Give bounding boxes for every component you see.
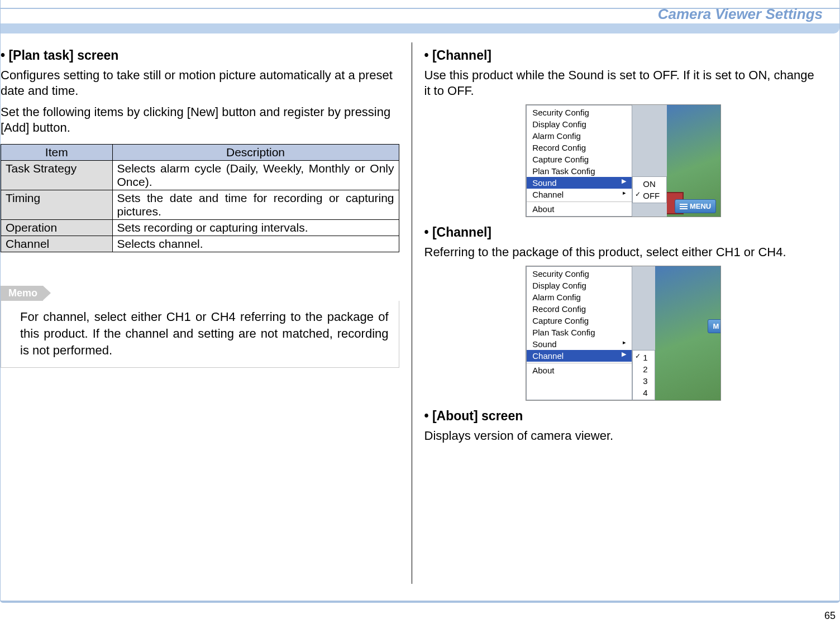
submenu-arrow-icon: ▸ <box>623 189 626 200</box>
plan-task-table: Item Description Task Strategy Selects a… <box>1 144 399 252</box>
table-row: Channel Selects channel. <box>1 236 399 252</box>
right-column: • [Channel] Use this product while the S… <box>412 42 840 595</box>
menu-item-channel[interactable]: Channel ▶ <box>527 350 632 362</box>
table-header-desc: Description <box>112 144 399 160</box>
channel-sound-heading: • [Channel] <box>424 48 823 63</box>
table-item: Timing <box>1 190 113 219</box>
channel-1[interactable]: 1 <box>633 352 654 363</box>
table-row: Operation Sets recording or capturing in… <box>1 219 399 236</box>
table-desc: Selects alarm cycle (Daily, Weekly, Mont… <box>112 160 399 190</box>
menu-item-display[interactable]: Display Config <box>527 280 632 291</box>
menu-item-sound[interactable]: Sound ▸ <box>527 338 632 350</box>
menu-item-record[interactable]: Record Config <box>527 303 632 315</box>
viewer-background: MENU <box>667 105 720 217</box>
memo-text: For channel, select either CH1 or CH4 re… <box>1 301 399 368</box>
channel-select-text: Referring to the package of this product… <box>424 244 823 260</box>
menu-item-alarm[interactable]: Alarm Config <box>527 130 632 142</box>
menu-item-display[interactable]: Display Config <box>527 118 632 130</box>
menu-item-channel[interactable]: Channel ▸ <box>527 189 632 200</box>
plan-task-heading: • [Plan task] screen <box>1 48 399 63</box>
table-item: Task Strategy <box>1 160 113 190</box>
content-area: • [Plan task] screen Configures setting … <box>1 42 839 595</box>
channel-submenu: 1 2 3 4 <box>632 350 655 400</box>
menu-button-label: M <box>713 322 719 330</box>
menu-item-sound[interactable]: Sound ▶ <box>527 177 632 189</box>
menu-item-about[interactable]: About <box>527 364 632 376</box>
left-column: • [Plan task] screen Configures setting … <box>1 42 412 595</box>
table-desc: Selects channel. <box>112 236 399 252</box>
channel-4[interactable]: 4 <box>633 387 654 399</box>
menu-item-label: Sound <box>532 338 556 350</box>
plan-task-desc2: Set the following items by clicking [New… <box>1 104 399 136</box>
menu-item-label: Sound <box>532 177 556 189</box>
header-band <box>1 23 839 33</box>
menu-item-alarm[interactable]: Alarm Config <box>527 291 632 303</box>
context-menu: Security Config Display Config Alarm Con… <box>526 266 632 400</box>
menu-button[interactable]: M <box>708 319 720 333</box>
table-item: Operation <box>1 219 113 236</box>
context-menu: Security Config Display Config Alarm Con… <box>526 105 632 217</box>
sound-on[interactable]: ON <box>633 178 666 190</box>
sound-submenu: ON OFF <box>632 176 667 203</box>
channel-sound-text: Use this product while the Sound is set … <box>424 68 823 99</box>
memo-label: Memo <box>1 286 43 301</box>
menu-item-capture[interactable]: Capture Config <box>527 315 632 327</box>
table-desc: Sets recording or capturing intervals. <box>112 219 399 236</box>
menu-item-label: Channel <box>532 350 564 362</box>
menu-item-plantask[interactable]: Plan Task Config <box>527 327 632 338</box>
menu-item-plantask[interactable]: Plan Task Config <box>527 165 632 177</box>
submenu-arrow-icon: ▶ <box>622 177 626 189</box>
menu-item-capture[interactable]: Capture Config <box>527 153 632 165</box>
page-number: 65 <box>824 610 836 622</box>
sound-off[interactable]: OFF <box>633 190 666 201</box>
menu-separator <box>527 363 632 363</box>
channel-menu-screenshot: Security Config Display Config Alarm Con… <box>526 266 721 401</box>
table-header-item: Item <box>1 144 113 160</box>
sound-menu-screenshot: Security Config Display Config Alarm Con… <box>526 104 721 217</box>
channel-2[interactable]: 2 <box>633 363 654 375</box>
page-frame: Camera Viewer Settings • [Plan task] scr… <box>0 0 840 603</box>
submenu-arrow-icon: ▸ <box>623 338 626 350</box>
channel-select-heading: • [Channel] <box>424 225 823 240</box>
table-desc: Sets the date and time for recording or … <box>112 190 399 219</box>
menu-item-label: Channel <box>532 189 564 200</box>
menu-button[interactable]: MENU <box>675 199 716 214</box>
menu-item-record[interactable]: Record Config <box>527 142 632 153</box>
table-row: Task Strategy Selects alarm cycle (Daily… <box>1 160 399 190</box>
menu-separator <box>527 201 632 202</box>
about-text: Displays version of camera viewer. <box>424 428 823 444</box>
submenu-arrow-icon: ▶ <box>622 350 626 362</box>
menu-button-label: MENU <box>690 202 711 210</box>
plan-task-desc1: Configures setting to take still or moti… <box>1 68 399 99</box>
about-heading: • [About] screen <box>424 409 823 424</box>
viewer-background: M <box>655 266 721 400</box>
menu-item-about[interactable]: About <box>527 203 632 215</box>
header-title: Camera Viewer Settings <box>658 6 823 23</box>
hamburger-icon <box>680 203 688 210</box>
channel-3[interactable]: 3 <box>633 375 654 387</box>
menu-item-security[interactable]: Security Config <box>527 107 632 118</box>
table-item: Channel <box>1 236 113 252</box>
table-row: Timing Sets the date and time for record… <box>1 190 399 219</box>
menu-item-security[interactable]: Security Config <box>527 268 632 280</box>
